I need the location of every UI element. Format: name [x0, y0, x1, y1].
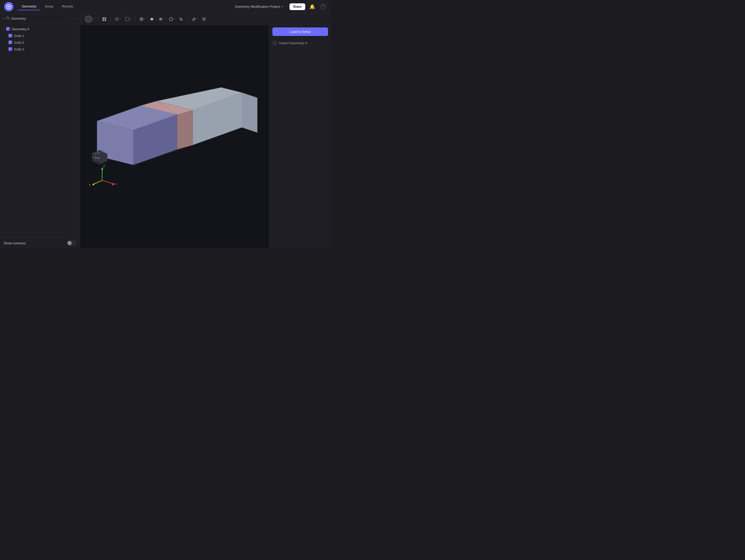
solid-3-icon [8, 47, 12, 51]
help-icon: ? [320, 4, 326, 9]
notifications-button[interactable]: 🔔 [309, 3, 316, 10]
app-logo[interactable] [4, 2, 13, 11]
nav-tabs: Geometry Setup Results [18, 3, 233, 10]
panel-title: Geometry [11, 16, 70, 21]
solid-1-label: Solid 1 [14, 34, 24, 38]
svg-marker-26 [177, 110, 193, 149]
svg-rect-7 [126, 17, 129, 21]
solid-3-label: Solid 3 [14, 47, 24, 51]
3d-geometry-svg: Z Y X [82, 72, 268, 201]
tree-chevron-geometry-a: ▾ [3, 28, 4, 30]
share-button[interactable]: Share [289, 3, 305, 10]
tab-geometry[interactable]: Geometry [18, 3, 41, 10]
color-picker-group: ▾ [83, 14, 95, 24]
svg-rect-6 [104, 20, 106, 21]
sep-3 [135, 16, 135, 22]
3d-canvas: Z Y X [80, 25, 269, 248]
grid-view-button[interactable] [101, 16, 108, 22]
show-surfaces-row: Show surfaces [0, 238, 80, 248]
left-panel: ▾ Geometry ··· ▾ Geometry A Solid 1 [0, 13, 80, 248]
edit-button[interactable]: ▾ [190, 16, 199, 22]
hide-button[interactable] [178, 16, 185, 22]
geometry-a-label: Geometry A [12, 27, 30, 31]
bell-icon: 🔔 [310, 4, 315, 9]
svg-text:Back: Back [92, 156, 96, 158]
sep-4 [188, 16, 188, 22]
svg-rect-4 [104, 17, 106, 19]
tree-solid-1[interactable]: Solid 1 [0, 32, 80, 39]
topbar-actions: Share 🔔 ? [289, 3, 327, 10]
project-name[interactable]: Geometry Modification Project ▾ [233, 4, 285, 9]
import-geometry-label: Import Geometry A [279, 41, 307, 45]
svg-text:Top: Top [97, 152, 100, 154]
color-picker-button[interactable]: ▾ [83, 14, 95, 24]
right-panel: ▾ Modification List ↩ ↪ Load to Setup + … [269, 13, 331, 248]
rotate-arrow: ▾ [120, 18, 121, 20]
filter-arrow: ▾ [173, 18, 174, 20]
geometry-a-icon [6, 27, 10, 31]
filter-button[interactable]: ▾ [167, 16, 176, 22]
transform-button[interactable]: ▾ [138, 16, 147, 22]
3d-viewport[interactable]: Z Y X [80, 25, 269, 248]
topbar: Geometry Setup Results Geometry Modifica… [0, 0, 331, 13]
show-surfaces-label: Show surfaces [4, 241, 26, 245]
tab-setup[interactable]: Setup [41, 3, 58, 10]
panel-menu-button[interactable]: ··· [72, 16, 77, 21]
import-plus-icon: + [272, 41, 277, 45]
geometry-tree: ▾ Geometry A Solid 1 Solid 2 [0, 24, 80, 55]
svg-rect-5 [102, 20, 104, 21]
rotate-button[interactable]: ▾ [113, 16, 122, 22]
solid-1-icon [8, 34, 12, 38]
help-button[interactable]: ? [319, 3, 327, 10]
toolbar: ▾ ▾ ▾ ▾ ▾ [80, 13, 331, 25]
svg-marker-30 [242, 93, 257, 133]
panel-chevron[interactable]: ▾ [3, 17, 4, 20]
svg-point-17 [203, 20, 204, 21]
color-circle [85, 15, 92, 23]
svg-point-18 [203, 18, 204, 19]
tree-solid-3[interactable]: Solid 3 [0, 46, 80, 53]
transform-arrow: ▾ [144, 18, 145, 20]
geometry-panel-header: ▾ Geometry ··· [0, 13, 80, 24]
main-layout: ▾ Geometry ··· ▾ Geometry A Solid 1 [0, 13, 331, 248]
edit-arrow: ▾ [197, 18, 198, 20]
color-arrow: ▾ [93, 18, 94, 20]
cut-button[interactable] [201, 16, 208, 22]
svg-text:X: X [115, 182, 117, 186]
solid-2-label: Solid 2 [14, 41, 24, 44]
solid-view-button[interactable] [148, 16, 156, 22]
selection-button[interactable]: ▾ [124, 16, 132, 22]
selection-arrow: ▾ [130, 18, 131, 20]
tree-solid-2[interactable]: Solid 2 [0, 39, 80, 46]
search-icon[interactable] [6, 16, 9, 21]
view-options-button[interactable]: ▾ [157, 16, 166, 22]
toggle-knob [67, 241, 72, 245]
svg-text:Z: Z [103, 165, 105, 168]
svg-text:Y: Y [89, 183, 91, 187]
svg-marker-37 [101, 168, 103, 170]
svg-point-12 [160, 19, 161, 20]
tab-results[interactable]: Results [58, 3, 77, 10]
solid-2-icon [8, 40, 12, 44]
sep-1 [98, 16, 98, 22]
svg-point-1 [6, 16, 8, 19]
view-arrow: ▾ [163, 18, 164, 20]
sep-2 [110, 16, 111, 22]
show-surfaces-toggle[interactable] [67, 240, 76, 246]
svg-text:Front: Front [95, 157, 100, 159]
svg-rect-3 [102, 17, 104, 19]
load-to-setup-button[interactable]: Load to Setup [272, 27, 328, 36]
import-geometry-item[interactable]: + Import Geometry A [269, 38, 331, 47]
tree-geometry-a[interactable]: ▾ Geometry A [0, 26, 80, 32]
svg-line-16 [194, 19, 195, 20]
svg-line-2 [8, 19, 9, 20]
